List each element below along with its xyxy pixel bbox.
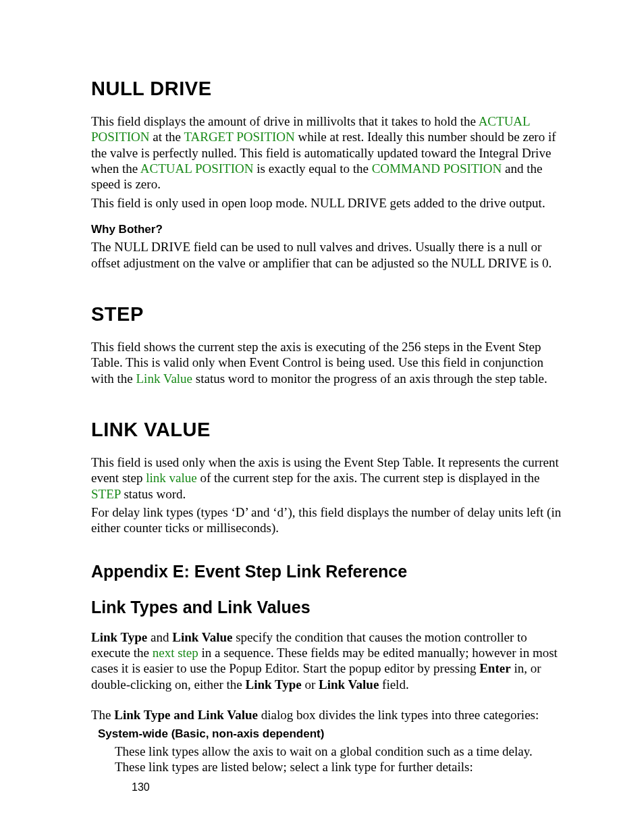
text-run: status word to monitor the progress of a… [192, 371, 547, 386]
text-bold: Link Type and Link Value [114, 708, 258, 722]
null-drive-paragraph-2: This field is only used in open loop mod… [91, 195, 563, 211]
text-run: This field displays the amount of drive … [91, 114, 479, 128]
text-run: and [147, 630, 172, 644]
step-paragraph: This field shows the current step the ax… [91, 339, 563, 386]
text-bold: Link Type [245, 677, 301, 692]
link-actual-position-2[interactable]: ACTUAL POSITION [140, 161, 254, 176]
text-run: status word. [121, 487, 186, 501]
why-bother-paragraph: The NULL DRIVE field can be used to null… [91, 239, 563, 271]
heading-step: STEP [91, 303, 563, 325]
text-bold: Link Type [91, 630, 147, 644]
subheading-why-bother: Why Bother? [91, 223, 563, 236]
text-run: field. [379, 677, 408, 692]
appendix-paragraph-1: Link Type and Link Value specify the con… [91, 629, 563, 692]
text-run: is exactly equal to the [253, 161, 371, 176]
category-text: These link types allow the axis to wait … [115, 744, 563, 775]
link-next-step[interactable]: next step [153, 646, 198, 660]
text-run: of the current step for the axis. The cu… [197, 471, 540, 485]
heading-appendix-e: Appendix E: Event Step Link Reference [91, 562, 563, 581]
text-bold: Link Value [172, 630, 232, 644]
document-page: NULL DRIVE This field displays the amoun… [0, 0, 644, 834]
text-run: The [91, 708, 114, 722]
heading-link-value: LINK VALUE [91, 419, 563, 441]
link-step-ref[interactable]: STEP [91, 487, 121, 501]
page-number: 130 [132, 781, 150, 793]
text-bold: Link Value [319, 677, 379, 692]
text-run: dialog box divides the link types into t… [258, 708, 539, 722]
heading-link-types-values: Link Types and Link Values [91, 598, 563, 617]
heading-null-drive: NULL DRIVE [91, 78, 563, 100]
appendix-paragraph-2: The Link Type and Link Value dialog box … [91, 707, 563, 723]
text-bold: Enter [479, 661, 510, 675]
link-command-position[interactable]: COMMAND POSITION [372, 161, 502, 176]
link-link-value[interactable]: Link Value [136, 371, 193, 386]
link-value-paragraph-1: This field is used only when the axis is… [91, 454, 563, 502]
link-target-position[interactable]: TARGET POSITION [184, 130, 294, 144]
link-link-value-ref[interactable]: link value [146, 471, 196, 485]
null-drive-paragraph-1: This field displays the amount of drive … [91, 113, 563, 192]
text-run: at the [150, 130, 184, 144]
text-run: or [302, 677, 319, 692]
category-system-wide: System-wide (Basic, non-axis dependent) [98, 727, 563, 741]
link-value-paragraph-2: For delay link types (types ‘D’ and ‘d’)… [91, 504, 563, 536]
